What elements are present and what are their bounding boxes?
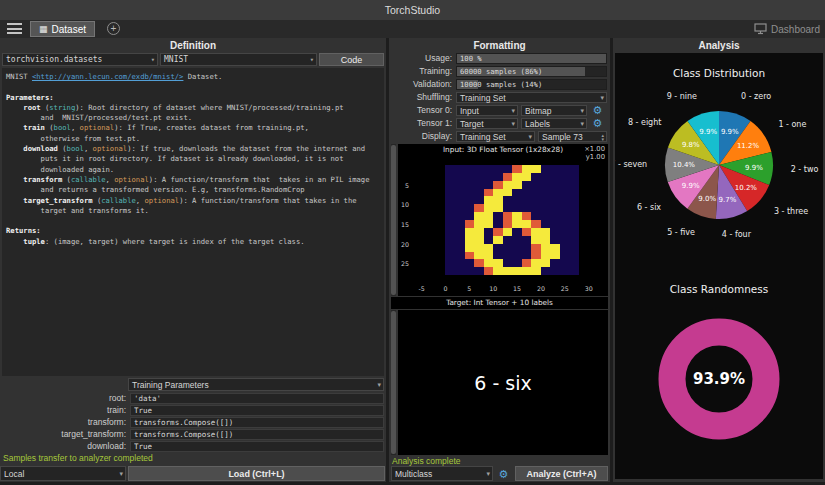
digit-pixel xyxy=(445,267,455,275)
doc-line: downloaded again. xyxy=(6,165,380,175)
analyzer-select[interactable]: Multiclass ▾ xyxy=(391,466,493,481)
doc-text: ): If True, creates dataset from trainin… xyxy=(114,123,309,132)
dropdown-arrow-icon: ▾ xyxy=(375,381,383,389)
tensor1-type-select[interactable]: Target ▾ xyxy=(456,118,518,129)
tensor1-format-select[interactable]: Labels ▾ xyxy=(521,118,587,129)
digit-pixel xyxy=(550,228,560,236)
digit-pixel xyxy=(522,267,532,275)
doc-line: otherwise from test.pt. xyxy=(6,134,380,144)
environment-value: Local xyxy=(1,469,117,479)
digit-pixel xyxy=(512,165,522,173)
add-tab-button[interactable]: + xyxy=(107,22,120,35)
digit-pixel xyxy=(484,252,494,260)
shuffling-select[interactable]: Training Set ▾ xyxy=(456,92,607,103)
digit-pixel xyxy=(465,212,475,220)
tensor0-type-value: Input xyxy=(457,106,509,116)
definition-status-text: Samples transfer to analyzer completed xyxy=(3,453,153,463)
param-field-download[interactable] xyxy=(130,441,384,452)
doc-text: MNIST xyxy=(6,72,32,81)
target-viewer-scrollbar[interactable] xyxy=(391,310,396,455)
target-value-text: 6 - six xyxy=(474,372,531,394)
digit-pixel xyxy=(531,267,541,275)
dropdown-arrow-icon: ▾ xyxy=(484,470,492,478)
analyze-button[interactable]: Analyze (Ctrl+A) xyxy=(515,466,608,481)
target-viewer[interactable]: 6 - six xyxy=(398,310,608,455)
param-field-root[interactable] xyxy=(130,393,384,404)
training-parameters-select[interactable]: Training Parameters ▾ xyxy=(128,378,384,391)
dataset-select[interactable]: MNIST ▾ xyxy=(160,53,317,66)
doc-text: ): A function/transform that takes in an… xyxy=(149,175,370,184)
param-field-train[interactable] xyxy=(130,405,384,416)
doc-line xyxy=(6,216,380,226)
scrollbar-handle[interactable] xyxy=(391,311,396,454)
digit-pixel xyxy=(474,189,484,197)
digit-pixel xyxy=(512,259,522,267)
param-row: transform: xyxy=(0,417,384,428)
digit-pixel xyxy=(455,236,465,244)
tensor0-settings-button[interactable]: ⚙ xyxy=(590,105,605,116)
digit-pixel xyxy=(541,267,551,275)
doc-line: and MNIST/processed/test.pt exist. xyxy=(6,113,380,123)
digit-pixel xyxy=(550,236,560,244)
digit-pixel xyxy=(522,259,532,267)
y-tick-label: 25 xyxy=(401,260,409,267)
monitor-icon xyxy=(754,23,767,35)
doc-text: optional xyxy=(114,175,149,184)
digit-pixel xyxy=(455,165,465,173)
input-tensor-viewer[interactable]: Input: 3D Float Tensor (1x28x28) ×1.00 y… xyxy=(398,144,608,296)
digit-pixel xyxy=(550,173,560,181)
input-viewer-scrollbar[interactable] xyxy=(391,144,396,296)
doc-text: optional xyxy=(145,196,180,205)
param-field-transform[interactable] xyxy=(130,417,384,428)
digit-pixel xyxy=(503,189,513,197)
digit-pixel xyxy=(531,252,541,260)
tensor0-type-select[interactable]: Input ▾ xyxy=(456,105,518,116)
doc-text: ): If true, downloads the dataset from t… xyxy=(127,144,365,153)
digit-pixel xyxy=(474,252,484,260)
tensor1-settings-button[interactable]: ⚙ xyxy=(590,118,605,129)
environment-select[interactable]: Local ▾ xyxy=(0,466,126,481)
param-field-target-transform[interactable] xyxy=(130,429,384,440)
load-button[interactable]: Load (Ctrl+L) xyxy=(128,466,385,481)
doc-text: ): A function/transform that takes in th… xyxy=(179,196,356,205)
digit-pixel xyxy=(503,259,513,267)
mnist-doc-link[interactable]: <http://yann.lecun.com/exdb/mnist/> xyxy=(32,72,183,81)
param-label-root: root: xyxy=(0,393,126,404)
digit-pixel xyxy=(484,181,494,189)
digit-pixel xyxy=(512,236,522,244)
digit-pixel xyxy=(560,165,570,173)
digit-pixel xyxy=(474,220,484,228)
code-button[interactable]: Code xyxy=(319,53,384,66)
digit-pixel xyxy=(474,212,484,220)
code-button-label: Code xyxy=(341,55,363,65)
app-title: TorchStudio xyxy=(385,4,440,16)
module-select[interactable]: torchvision.datasets ▾ xyxy=(2,53,158,66)
digit-pixel xyxy=(465,196,475,204)
display-set-select[interactable]: Training Set ▾ xyxy=(456,131,535,142)
dashboard-button[interactable]: Dashboard xyxy=(754,21,820,37)
digit-pixel xyxy=(445,252,455,260)
digit-pixel xyxy=(445,173,455,181)
digit-pixel xyxy=(550,259,560,267)
digit-pixel xyxy=(570,181,580,189)
digit-pixel xyxy=(541,228,551,236)
digit-pixel xyxy=(531,189,541,197)
usage-progress-text: 100 % xyxy=(460,54,482,63)
digit-pixel xyxy=(560,196,570,204)
training-progress-text: 60000 samples (86%) xyxy=(460,67,542,76)
digit-pixel xyxy=(493,259,503,267)
digit-pixel xyxy=(493,196,503,204)
digit-pixel xyxy=(484,244,494,252)
sample-value: Sample 73 xyxy=(539,132,601,142)
scrollbar-handle[interactable] xyxy=(391,145,396,295)
digit-pixel xyxy=(531,220,541,228)
tab-dataset[interactable]: ▦ Dataset xyxy=(30,21,95,37)
doc-text: Dataset. xyxy=(183,72,222,81)
digit-pixel xyxy=(512,189,522,197)
tensor0-format-select[interactable]: Bitmap ▾ xyxy=(521,105,587,116)
doc-text: and MNIST/processed/test.pt exist. xyxy=(6,113,192,122)
sample-spinner[interactable]: Sample 73 ▴▾ xyxy=(538,131,607,142)
menu-button[interactable] xyxy=(7,23,22,34)
digit-pixel xyxy=(512,173,522,181)
analyzer-settings-button[interactable]: ⚙ xyxy=(496,467,511,481)
